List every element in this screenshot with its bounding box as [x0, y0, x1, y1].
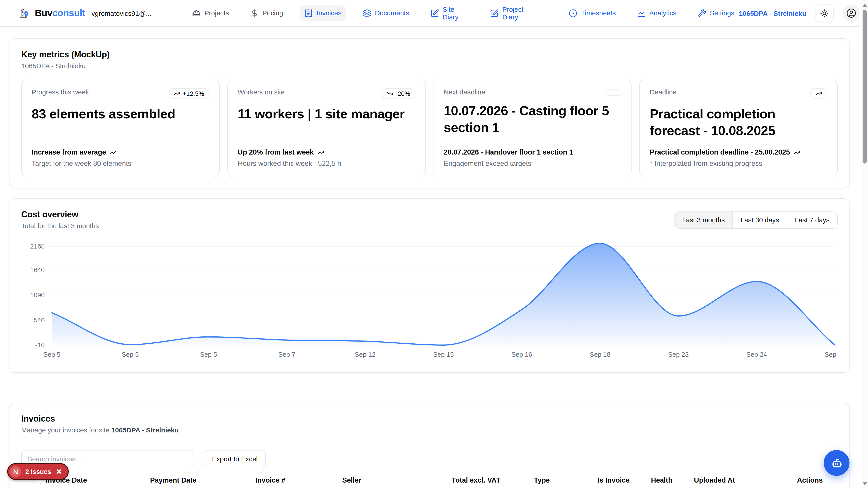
invoices-panel: Invoices Manage your invoices for site 1… — [9, 402, 850, 488]
brand[interactable]: Buvconsult — [18, 7, 85, 19]
metric-cards-row: Progress this week +12.5% 83 elements as… — [21, 78, 838, 177]
svg-text:Sep 7: Sep 7 — [278, 351, 296, 358]
svg-text:540: 540 — [34, 317, 44, 324]
nav-item-projects[interactable]: Projects — [188, 5, 233, 21]
receipt-icon — [304, 9, 313, 18]
metric-card-workers: Workers on site -20% 11 workers | 1 site… — [227, 78, 426, 177]
nav-item-documents[interactable]: Documents — [358, 5, 414, 21]
issues-count-label: 2 Issues — [25, 468, 51, 475]
metric-badge-text: +12.5% — [183, 90, 204, 97]
metric-badge: +12.5% — [168, 88, 209, 99]
theme-toggle-button[interactable] — [815, 4, 833, 22]
invoices-subtitle-site: 1065DPA - Strelnieku — [112, 426, 179, 434]
svg-text:Sep 25: Sep 25 — [825, 351, 838, 358]
metric-footnote-muted: Target for the week 80 elements — [32, 160, 209, 168]
trending-up-icon — [317, 149, 324, 156]
square-pen-icon — [490, 9, 499, 18]
invoices-title: Invoices — [21, 414, 838, 424]
nextjs-n-logo-icon: N — [10, 466, 21, 477]
column-header-payment-date: Payment Date — [150, 476, 196, 484]
range-button-last-30-days[interactable]: Last 30 days — [733, 212, 786, 228]
cost-area-chart: 216516401090540-10Sep 5Sep 5Sep 5Sep 7Se… — [21, 237, 838, 361]
metric-badge — [810, 88, 827, 99]
invoices-subtitle-text: Manage your invoices for site — [21, 426, 112, 434]
chatbot-fab-button[interactable] — [824, 450, 849, 476]
svg-text:1090: 1090 — [30, 291, 44, 299]
svg-text:Sep 5: Sep 5 — [122, 351, 139, 358]
date-range-segmented-control: Last 3 months Last 30 days Last 7 days — [674, 212, 838, 229]
export-to-excel-button[interactable]: Export to Excel — [204, 450, 266, 467]
dev-issues-badge[interactable]: N 2 Issues ✕ — [7, 463, 69, 480]
user-avatar-button[interactable] — [842, 4, 860, 22]
scrollbar-down-arrow-icon[interactable] — [863, 482, 867, 485]
nav-label: Analytics — [649, 9, 676, 17]
column-header-invoice-number: Invoice # — [255, 476, 285, 484]
nav-label: Invoices — [316, 9, 341, 17]
metric-footnote-strong: Practical completion deadline - 25.08.20… — [650, 148, 790, 156]
line-chart-icon — [637, 9, 646, 18]
scrollbar-up-arrow-icon[interactable] — [863, 4, 867, 7]
top-navigation-bar: Buvconsult vgromatovics91@... Projects P… — [0, 0, 859, 27]
page-content: Key metrics (MockUp) 1065DPA - Strelniek… — [0, 27, 859, 488]
svg-text:Sep 23: Sep 23 — [668, 351, 689, 358]
scrollbar[interactable] — [861, 0, 868, 488]
robot-icon — [830, 457, 843, 469]
metric-badge: -20% — [381, 88, 415, 99]
svg-text:Sep 18: Sep 18 — [590, 351, 611, 358]
nav-item-analytics[interactable]: Analytics — [632, 5, 681, 21]
metric-card-progress: Progress this week +12.5% 83 elements as… — [21, 78, 220, 177]
trending-up-icon — [174, 90, 180, 97]
cost-overview-title: Cost overview — [21, 210, 99, 220]
key-metrics-panel: Key metrics (MockUp) 1065DPA - Strelniek… — [9, 38, 850, 188]
user-circle-icon — [846, 8, 856, 18]
nav-item-settings[interactable]: Settings — [693, 5, 739, 21]
metric-value: 11 workers | 1 site manager — [238, 106, 415, 123]
nav-label: Timesheets — [581, 9, 616, 17]
invoices-subtitle: Manage your invoices for site 1065DPA - … — [21, 426, 838, 434]
wrench-icon — [698, 9, 706, 18]
metric-label: Next deadline — [444, 88, 485, 96]
column-header-uploaded-at: Uploaded At — [694, 476, 735, 484]
metric-value: 83 elements assembled — [32, 106, 209, 123]
nav-item-timesheets[interactable]: Timesheets — [564, 5, 620, 21]
metric-label: Deadline — [650, 88, 677, 96]
nav-item-invoices[interactable]: Invoices — [300, 5, 346, 21]
metric-badge-text: -20% — [396, 90, 410, 97]
key-metrics-subtitle: 1065DPA - Strelnieku — [21, 62, 838, 70]
nav-item-pricing[interactable]: Pricing — [246, 5, 288, 21]
metric-label: Workers on site — [238, 88, 285, 96]
trending-up-icon — [110, 149, 116, 156]
header-right-group: 1065DPA - Strelnieku — [739, 4, 860, 22]
column-header-type: Type — [534, 476, 550, 484]
range-button-last-7-days[interactable]: Last 7 days — [787, 212, 837, 228]
minus-badge-icon — [605, 90, 621, 96]
metric-value: Practical completion forecast - 10.08.20… — [650, 106, 828, 139]
nav-label: Pricing — [262, 9, 283, 17]
trending-down-icon — [386, 90, 393, 97]
scrollbar-thumb[interactable] — [862, 10, 866, 164]
close-icon[interactable]: ✕ — [56, 467, 62, 476]
project-selector[interactable]: 1065DPA - Strelnieku — [739, 9, 806, 17]
brand-name: Buvconsult — [35, 8, 85, 19]
nav-item-project-diary[interactable]: Project Diary — [486, 2, 537, 25]
sun-icon — [820, 9, 829, 18]
range-button-last-3-months[interactable]: Last 3 months — [675, 212, 733, 228]
invoices-table-header: Invoice Date Payment Date Invoice # Sell… — [21, 475, 838, 488]
trending-up-icon — [794, 149, 800, 156]
metric-footnote-muted: Hours worked this week : 522,5 h — [238, 160, 415, 168]
app-root: Buvconsult vgromatovics91@... Projects P… — [0, 0, 868, 488]
metric-footnote-strong: Increase from average — [32, 148, 106, 156]
column-header-health: Health — [651, 476, 673, 484]
hard-hat-icon — [192, 9, 201, 18]
nav-item-site-diary[interactable]: Site Diary — [426, 2, 473, 25]
column-header-total-excl-vat: Total excl. VAT — [452, 476, 500, 484]
square-pen-icon — [430, 9, 439, 18]
nav-label: Settings — [710, 9, 734, 17]
building-pin-logo-icon — [18, 7, 30, 19]
column-header-seller: Seller — [342, 476, 361, 484]
column-header-is-invoice: Is Invoice — [598, 476, 629, 484]
svg-text:Sep 24: Sep 24 — [746, 351, 767, 358]
svg-text:-10: -10 — [35, 341, 45, 349]
layers-icon — [363, 9, 371, 18]
metric-card-deadline: Deadline Practical completion forecast -… — [640, 78, 838, 177]
